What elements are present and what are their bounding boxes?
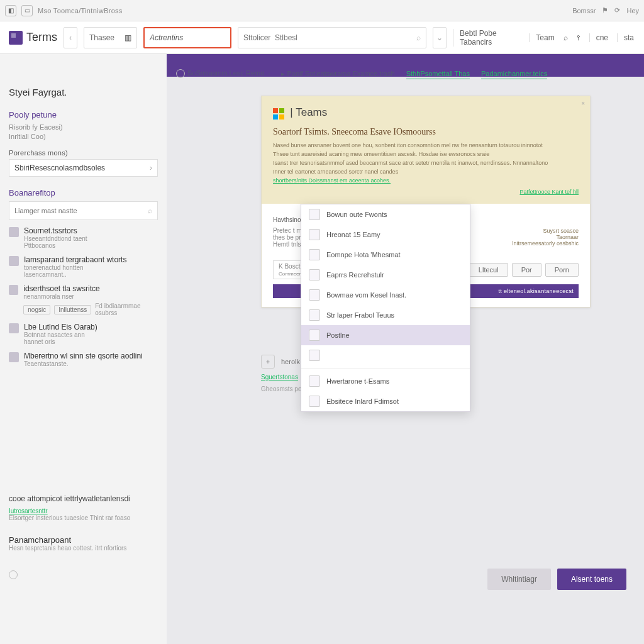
tag-chip[interactable]: nogsic: [23, 305, 50, 314]
card-button-1[interactable]: Lltecul: [469, 263, 508, 277]
content-tabs: SoSrmasmm.Lesc Remo · ▸ Ponif Sotientswr…: [176, 69, 547, 80]
card-button-2[interactable]: Por: [512, 263, 541, 277]
ms-logo-icon: [273, 108, 284, 119]
status-dot-icon: [176, 69, 185, 78]
list-item-meta: lasencamnant..: [24, 271, 126, 278]
file-icon: [9, 285, 18, 295]
tab-1[interactable]: ▸ Ponif Sotientswrama Examce.trash: [281, 70, 394, 80]
card-button-3[interactable]: Porn: [545, 263, 579, 277]
page-title: Styei Fayrgat.: [9, 87, 158, 97]
global-search-input[interactable]: [243, 33, 413, 42]
app-logo[interactable]: Terms: [9, 31, 57, 45]
list-item-title: idserthsoet tla swsritce: [23, 284, 158, 293]
card-side-snippet-3: Taornaar: [512, 234, 579, 240]
context-menu: Bowun oute Fwonts Hreonat 15 Eamy Eomnpe…: [301, 204, 470, 412]
search-submit-icon[interactable]: ⌕: [416, 33, 421, 42]
menu-icon: [309, 269, 320, 280]
menu-icon: [309, 330, 320, 341]
menu-item[interactable]: Hwertarone t-Esams: [301, 371, 470, 391]
card-more-link[interactable]: shortbers/nits Doissmanst em aceenta aco…: [273, 177, 391, 184]
window-app-icon[interactable]: ▭: [21, 5, 33, 16]
search-icon: ⌕: [148, 206, 152, 215]
sidebar-meta-2: Inrltiall Coo): [9, 133, 158, 140]
os-titlebar: ◧ ▭ Mso Toomca/TintniwBross Bomssr ⚑ ⟳ H…: [0, 0, 644, 21]
cancel-button[interactable]: Whltintiagr: [487, 569, 551, 590]
suggestions-link[interactable]: Sguertstonas: [261, 374, 298, 380]
global-search[interactable]: ⌕: [238, 27, 426, 48]
list-item-sub: Hseeantdndtiond taent: [24, 235, 87, 242]
menu-icon: [309, 396, 320, 407]
menu-icon: [309, 375, 320, 387]
footer-link[interactable]: Iutrosartesnttr: [9, 508, 48, 514]
logo-text: Terms: [26, 31, 57, 44]
list-item-meta: hannet oris: [24, 338, 97, 345]
tab-0[interactable]: SoSrmasmm.Lesc Remo ·: [176, 69, 270, 80]
close-icon[interactable]: ×: [581, 100, 585, 107]
menu-item[interactable]: Str laper Frabol Teuus: [301, 305, 470, 325]
file-icon: [9, 256, 19, 266]
list-item-sub: Teaentastanste.: [24, 360, 143, 367]
notification-icon[interactable]: ⚑: [602, 6, 608, 14]
refresh-icon[interactable]: ⟳: [614, 6, 620, 14]
sidebar-select-1[interactable]: SbiriResescnolasmdbsoles ›: [9, 159, 158, 177]
nav-back-button[interactable]: ‹: [64, 27, 77, 48]
chevron-right-icon: ›: [150, 164, 152, 172]
sidebar-group-title: Pooly petune: [9, 110, 158, 119]
help-label[interactable]: Hey: [626, 7, 639, 14]
card-side-link-1[interactable]: Patfettrooce Kant tef hll: [519, 189, 579, 195]
list-item-title: Lbe Lutlnd Eis Oarab): [24, 323, 97, 331]
menu-item[interactable]: Eaprrs Recrehstulr: [301, 265, 470, 285]
list-item[interactable]: Iamsparand tergrabaont wtortstonerenactu…: [9, 255, 158, 278]
tab-3[interactable]: Padamichanmer.teics: [481, 70, 547, 79]
card-header: × | Teams Soartorf Tsimts. Sneecoma Esav…: [262, 96, 590, 204]
footer-question: cooe attompicot iettrlywatletanlensdi: [9, 494, 625, 503]
home-tab[interactable]: ▥: [84, 27, 137, 48]
menu-item[interactable]: Bowmae vom Kesel Inast.: [301, 285, 470, 305]
search-dropdown-button[interactable]: ⌄: [433, 27, 447, 48]
nav-cne[interactable]: cne: [589, 33, 608, 42]
nav-search-icon[interactable]: ⌕: [564, 33, 568, 42]
list-item-sub: Botnnat nasactes ann: [24, 331, 97, 338]
add-button[interactable]: +: [261, 355, 275, 369]
file-icon: [9, 227, 19, 237]
menu-item[interactable]: Hreonat 15 Eamy: [301, 225, 470, 245]
list-item-sub: nenanmorala nser: [23, 293, 158, 300]
home-tab-label: [89, 33, 121, 42]
menu-item[interactable]: Ebsitece Inlard Fdimsot: [301, 391, 470, 411]
menu-item[interactable]: Bowun oute Fwonts: [301, 204, 470, 225]
search-address-input[interactable]: [143, 27, 231, 48]
footer-note-2: Hesn tesprctanis heao cottest. itrt nfor…: [9, 545, 625, 552]
menu-icon: [309, 209, 320, 220]
status-indicator-icon: [9, 570, 18, 579]
list-item[interactable]: Sournet.tssrtorsHseeantdndtiond taentPtt…: [9, 226, 158, 249]
menu-icon: [309, 229, 320, 240]
status-label: Bomssr: [572, 7, 596, 14]
chip-extra: Fd ibdiaarmmae osubrss: [95, 303, 158, 316]
submit-button[interactable]: Alsent toens: [557, 569, 626, 590]
list-item-sub: tonerenactud hontten: [24, 264, 126, 271]
nav-link-team[interactable]: Team: [529, 33, 554, 42]
dialog-actions: Whltintiagr Alsent toens: [487, 569, 626, 590]
list-item[interactable]: Lbe Lutlnd Eis Oarab)Botnnat nasactes an…: [9, 323, 158, 345]
list-item[interactable]: Mberertno wl sinn ste qsorte aodliniTeae…: [9, 352, 158, 367]
menu-item[interactable]: Eomnpe Hota 'Mhesmat: [301, 245, 470, 265]
menu-item[interactable]: [301, 345, 470, 365]
sidebar-search[interactable]: ⌕: [9, 201, 158, 220]
sidebar-select-1-value: SbiriResescnolasmdbsoles: [14, 164, 105, 172]
tab-1-label: Ponif Sotientswrama Examce.trash: [287, 70, 395, 77]
card-subtitle: Soartorf Tsimts. Sneecoma Esave IOsmoour…: [273, 127, 579, 137]
sidebar-search-input[interactable]: [14, 207, 148, 214]
search-address-field[interactable]: [150, 33, 225, 42]
nav-pin-icon[interactable]: ⫯: [577, 33, 580, 42]
window-menu-icon[interactable]: ◧: [5, 5, 16, 16]
sidebar-meta-1: Risorib fy Eacesi): [9, 123, 158, 131]
tab-2[interactable]: SthhPsomettall Thas: [406, 70, 470, 79]
tag-chip[interactable]: Inlluttenss: [54, 305, 91, 314]
list-item-meta: Pttbocanos: [24, 242, 87, 249]
menu-separator: [301, 368, 470, 369]
menu-item-selected[interactable]: Postlne: [301, 325, 470, 345]
file-icon: [9, 352, 19, 362]
list-item[interactable]: idserthsoet tla swsritcenenanmorala nser…: [9, 284, 158, 316]
nav-link-references[interactable]: Bebtl Pobe Tabancirs: [453, 29, 520, 47]
nav-sta[interactable]: sta: [617, 33, 634, 42]
